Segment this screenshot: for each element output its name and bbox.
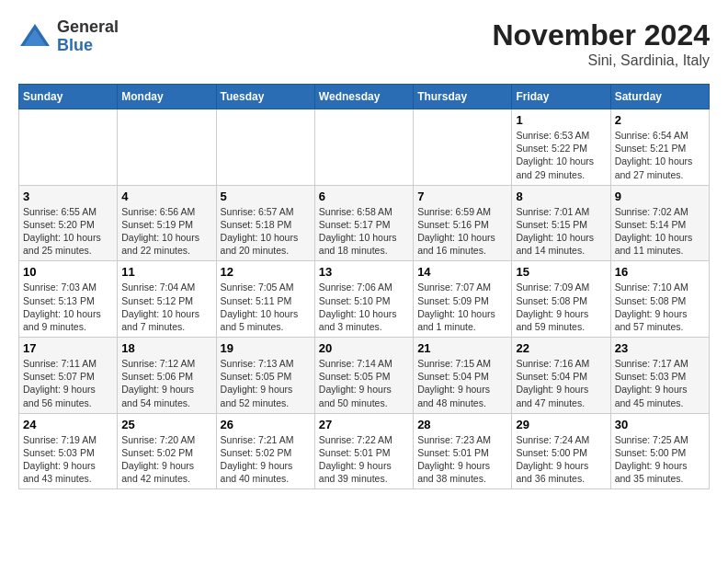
day-number: 13	[319, 265, 409, 279]
day-number: 2	[615, 113, 705, 127]
day-number: 26	[221, 418, 311, 431]
day-number: 10	[23, 265, 113, 279]
calendar-cell: 20Sunrise: 7:14 AM Sunset: 5:05 PM Dayli…	[314, 338, 413, 414]
calendar-cell	[118, 109, 216, 186]
day-info: Sunrise: 7:21 AM Sunset: 5:02 PM Dayligh…	[221, 433, 311, 486]
logo-icon	[18, 20, 51, 53]
weekday-header-wednesday: Wednesday	[314, 85, 413, 109]
day-info: Sunrise: 7:12 AM Sunset: 5:06 PM Dayligh…	[121, 357, 211, 409]
calendar-week-5: 24Sunrise: 7:19 AM Sunset: 5:03 PM Dayli…	[19, 413, 710, 489]
day-info: Sunrise: 7:07 AM Sunset: 5:09 PM Dayligh…	[417, 281, 507, 333]
day-number: 21	[417, 341, 507, 355]
calendar-cell: 26Sunrise: 7:21 AM Sunset: 5:02 PM Dayli…	[216, 413, 314, 489]
calendar-cell: 13Sunrise: 7:06 AM Sunset: 5:10 PM Dayli…	[314, 261, 413, 338]
calendar-cell: 23Sunrise: 7:17 AM Sunset: 5:03 PM Dayli…	[610, 338, 709, 414]
day-info: Sunrise: 7:01 AM Sunset: 5:15 PM Dayligh…	[516, 205, 606, 258]
day-info: Sunrise: 7:13 AM Sunset: 5:05 PM Dayligh…	[221, 357, 311, 409]
day-info: Sunrise: 7:19 AM Sunset: 5:03 PM Dayligh…	[23, 433, 113, 486]
calendar-cell: 19Sunrise: 7:13 AM Sunset: 5:05 PM Dayli…	[216, 338, 314, 414]
calendar-cell: 7Sunrise: 6:59 AM Sunset: 5:16 PM Daylig…	[414, 185, 512, 261]
calendar-cell: 17Sunrise: 7:11 AM Sunset: 5:07 PM Dayli…	[19, 338, 118, 414]
day-number: 7	[417, 190, 507, 203]
day-info: Sunrise: 7:05 AM Sunset: 5:11 PM Dayligh…	[221, 281, 311, 333]
day-info: Sunrise: 7:17 AM Sunset: 5:03 PM Dayligh…	[615, 357, 705, 409]
day-info: Sunrise: 7:11 AM Sunset: 5:07 PM Dayligh…	[23, 357, 113, 409]
calendar-cell: 24Sunrise: 7:19 AM Sunset: 5:03 PM Dayli…	[19, 413, 118, 489]
day-number: 28	[417, 418, 507, 431]
calendar-cell	[216, 109, 314, 186]
calendar-table: SundayMondayTuesdayWednesdayThursdayFrid…	[18, 84, 710, 489]
day-number: 5	[221, 190, 311, 203]
calendar-cell: 28Sunrise: 7:23 AM Sunset: 5:01 PM Dayli…	[414, 413, 512, 489]
calendar-cell: 3Sunrise: 6:55 AM Sunset: 5:20 PM Daylig…	[19, 185, 118, 261]
calendar-header: SundayMondayTuesdayWednesdayThursdayFrid…	[19, 85, 710, 109]
day-info: Sunrise: 6:59 AM Sunset: 5:16 PM Dayligh…	[417, 205, 507, 258]
day-number: 14	[417, 265, 507, 279]
day-number: 9	[615, 190, 705, 203]
weekday-header-tuesday: Tuesday	[216, 85, 314, 109]
calendar-cell: 15Sunrise: 7:09 AM Sunset: 5:08 PM Dayli…	[512, 261, 610, 338]
day-info: Sunrise: 7:10 AM Sunset: 5:08 PM Dayligh…	[615, 281, 705, 333]
day-number: 18	[121, 341, 211, 355]
day-number: 19	[221, 341, 311, 355]
calendar-cell: 2Sunrise: 6:54 AM Sunset: 5:21 PM Daylig…	[610, 109, 709, 186]
weekday-header-monday: Monday	[118, 85, 216, 109]
day-number: 20	[319, 341, 409, 355]
day-info: Sunrise: 7:14 AM Sunset: 5:05 PM Dayligh…	[319, 357, 409, 409]
title-block: November 2024 Sini, Sardinia, Italy	[492, 18, 710, 69]
calendar-cell: 21Sunrise: 7:15 AM Sunset: 5:04 PM Dayli…	[414, 338, 512, 414]
day-number: 22	[516, 341, 606, 355]
weekday-header-thursday: Thursday	[414, 85, 512, 109]
day-info: Sunrise: 7:02 AM Sunset: 5:14 PM Dayligh…	[615, 205, 705, 258]
weekday-header-sunday: Sunday	[19, 85, 118, 109]
day-number: 24	[23, 418, 113, 431]
calendar-cell: 10Sunrise: 7:03 AM Sunset: 5:13 PM Dayli…	[19, 261, 118, 338]
day-info: Sunrise: 7:04 AM Sunset: 5:12 PM Dayligh…	[121, 281, 211, 333]
calendar-subtitle: Sini, Sardinia, Italy	[492, 52, 710, 69]
day-info: Sunrise: 6:53 AM Sunset: 5:22 PM Dayligh…	[516, 129, 606, 181]
calendar-cell: 8Sunrise: 7:01 AM Sunset: 5:15 PM Daylig…	[512, 185, 610, 261]
day-number: 1	[516, 113, 606, 127]
calendar-cell: 11Sunrise: 7:04 AM Sunset: 5:12 PM Dayli…	[118, 261, 216, 338]
weekday-header-saturday: Saturday	[610, 85, 709, 109]
day-info: Sunrise: 7:22 AM Sunset: 5:01 PM Dayligh…	[319, 433, 409, 486]
day-number: 25	[121, 418, 211, 431]
day-info: Sunrise: 6:54 AM Sunset: 5:21 PM Dayligh…	[615, 129, 705, 181]
day-number: 8	[516, 190, 606, 203]
day-info: Sunrise: 7:03 AM Sunset: 5:13 PM Dayligh…	[23, 281, 113, 333]
day-info: Sunrise: 6:56 AM Sunset: 5:19 PM Dayligh…	[121, 205, 211, 258]
calendar-cell: 9Sunrise: 7:02 AM Sunset: 5:14 PM Daylig…	[610, 185, 709, 261]
day-info: Sunrise: 7:09 AM Sunset: 5:08 PM Dayligh…	[516, 281, 606, 333]
day-info: Sunrise: 7:06 AM Sunset: 5:10 PM Dayligh…	[319, 281, 409, 333]
day-info: Sunrise: 6:57 AM Sunset: 5:18 PM Dayligh…	[221, 205, 311, 258]
day-info: Sunrise: 6:55 AM Sunset: 5:20 PM Dayligh…	[23, 205, 113, 258]
calendar-cell: 18Sunrise: 7:12 AM Sunset: 5:06 PM Dayli…	[118, 338, 216, 414]
day-number: 4	[121, 190, 211, 203]
calendar-week-4: 17Sunrise: 7:11 AM Sunset: 5:07 PM Dayli…	[19, 338, 710, 414]
day-info: Sunrise: 7:24 AM Sunset: 5:00 PM Dayligh…	[516, 433, 606, 486]
calendar-cell: 6Sunrise: 6:58 AM Sunset: 5:17 PM Daylig…	[314, 185, 413, 261]
calendar-cell: 14Sunrise: 7:07 AM Sunset: 5:09 PM Dayli…	[414, 261, 512, 338]
calendar-week-2: 3Sunrise: 6:55 AM Sunset: 5:20 PM Daylig…	[19, 185, 710, 261]
calendar-cell: 1Sunrise: 6:53 AM Sunset: 5:22 PM Daylig…	[512, 109, 610, 186]
day-number: 3	[23, 190, 113, 203]
logo: General Blue	[18, 18, 119, 55]
day-number: 16	[615, 265, 705, 279]
calendar-cell: 5Sunrise: 6:57 AM Sunset: 5:18 PM Daylig…	[216, 185, 314, 261]
calendar-cell: 4Sunrise: 6:56 AM Sunset: 5:19 PM Daylig…	[118, 185, 216, 261]
calendar-week-3: 10Sunrise: 7:03 AM Sunset: 5:13 PM Dayli…	[19, 261, 710, 338]
day-number: 6	[319, 190, 409, 203]
weekday-header-friday: Friday	[512, 85, 610, 109]
logo-blue: Blue	[57, 37, 119, 55]
day-number: 29	[516, 418, 606, 431]
day-number: 12	[221, 265, 311, 279]
calendar-cell: 12Sunrise: 7:05 AM Sunset: 5:11 PM Dayli…	[216, 261, 314, 338]
calendar-cell: 29Sunrise: 7:24 AM Sunset: 5:00 PM Dayli…	[512, 413, 610, 489]
calendar-cell: 27Sunrise: 7:22 AM Sunset: 5:01 PM Dayli…	[314, 413, 413, 489]
day-info: Sunrise: 7:25 AM Sunset: 5:00 PM Dayligh…	[615, 433, 705, 486]
day-number: 15	[516, 265, 606, 279]
calendar-cell	[19, 109, 118, 186]
day-info: Sunrise: 6:58 AM Sunset: 5:17 PM Dayligh…	[319, 205, 409, 258]
weekday-header-row: SundayMondayTuesdayWednesdayThursdayFrid…	[19, 85, 710, 109]
logo-general: General	[57, 18, 119, 37]
